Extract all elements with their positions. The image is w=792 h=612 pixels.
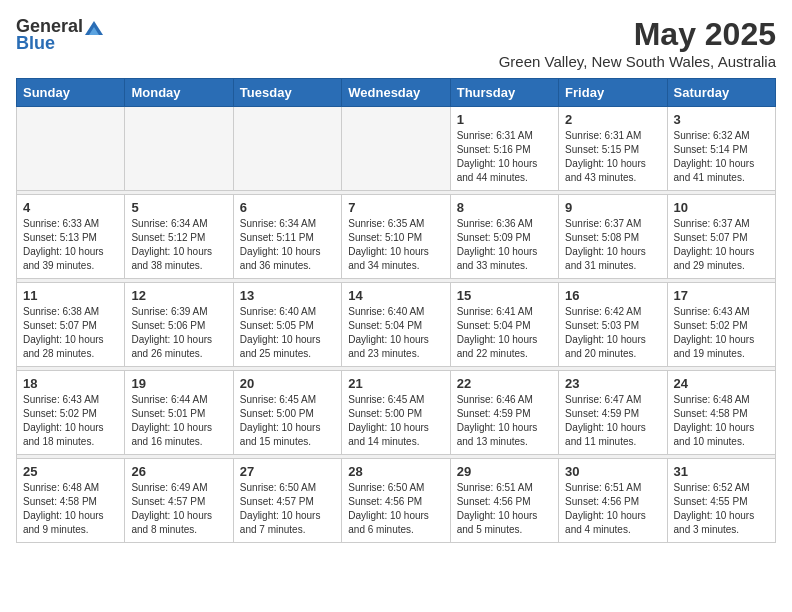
- day-info: Sunrise: 6:33 AM Sunset: 5:13 PM Dayligh…: [23, 217, 118, 273]
- location-title: Green Valley, New South Wales, Australia: [499, 53, 776, 70]
- day-info: Sunrise: 6:51 AM Sunset: 4:56 PM Dayligh…: [565, 481, 660, 537]
- calendar-cell: [125, 107, 233, 191]
- month-title: May 2025: [499, 16, 776, 53]
- calendar-cell: 26Sunrise: 6:49 AM Sunset: 4:57 PM Dayli…: [125, 459, 233, 543]
- calendar-cell: 11Sunrise: 6:38 AM Sunset: 5:07 PM Dayli…: [17, 283, 125, 367]
- day-number: 25: [23, 464, 118, 479]
- calendar-cell: 2Sunrise: 6:31 AM Sunset: 5:15 PM Daylig…: [559, 107, 667, 191]
- weekday-header-wednesday: Wednesday: [342, 79, 450, 107]
- day-info: Sunrise: 6:48 AM Sunset: 4:58 PM Dayligh…: [674, 393, 769, 449]
- calendar-cell: 28Sunrise: 6:50 AM Sunset: 4:56 PM Dayli…: [342, 459, 450, 543]
- week-row-5: 25Sunrise: 6:48 AM Sunset: 4:58 PM Dayli…: [17, 459, 776, 543]
- calendar-cell: 15Sunrise: 6:41 AM Sunset: 5:04 PM Dayli…: [450, 283, 558, 367]
- day-info: Sunrise: 6:37 AM Sunset: 5:07 PM Dayligh…: [674, 217, 769, 273]
- day-number: 16: [565, 288, 660, 303]
- calendar-cell: 30Sunrise: 6:51 AM Sunset: 4:56 PM Dayli…: [559, 459, 667, 543]
- weekday-header-saturday: Saturday: [667, 79, 775, 107]
- day-info: Sunrise: 6:34 AM Sunset: 5:12 PM Dayligh…: [131, 217, 226, 273]
- day-number: 12: [131, 288, 226, 303]
- calendar-cell: [233, 107, 341, 191]
- day-info: Sunrise: 6:52 AM Sunset: 4:55 PM Dayligh…: [674, 481, 769, 537]
- day-info: Sunrise: 6:44 AM Sunset: 5:01 PM Dayligh…: [131, 393, 226, 449]
- calendar-cell: 10Sunrise: 6:37 AM Sunset: 5:07 PM Dayli…: [667, 195, 775, 279]
- week-row-1: 1Sunrise: 6:31 AM Sunset: 5:16 PM Daylig…: [17, 107, 776, 191]
- day-number: 3: [674, 112, 769, 127]
- day-info: Sunrise: 6:42 AM Sunset: 5:03 PM Dayligh…: [565, 305, 660, 361]
- day-number: 14: [348, 288, 443, 303]
- calendar-cell: 8Sunrise: 6:36 AM Sunset: 5:09 PM Daylig…: [450, 195, 558, 279]
- calendar-cell: 21Sunrise: 6:45 AM Sunset: 5:00 PM Dayli…: [342, 371, 450, 455]
- calendar-cell: 1Sunrise: 6:31 AM Sunset: 5:16 PM Daylig…: [450, 107, 558, 191]
- day-number: 4: [23, 200, 118, 215]
- weekday-header-friday: Friday: [559, 79, 667, 107]
- day-number: 27: [240, 464, 335, 479]
- calendar-cell: 19Sunrise: 6:44 AM Sunset: 5:01 PM Dayli…: [125, 371, 233, 455]
- day-info: Sunrise: 6:46 AM Sunset: 4:59 PM Dayligh…: [457, 393, 552, 449]
- day-info: Sunrise: 6:43 AM Sunset: 5:02 PM Dayligh…: [23, 393, 118, 449]
- weekday-header-thursday: Thursday: [450, 79, 558, 107]
- calendar-cell: 27Sunrise: 6:50 AM Sunset: 4:57 PM Dayli…: [233, 459, 341, 543]
- day-number: 23: [565, 376, 660, 391]
- calendar-cell: 4Sunrise: 6:33 AM Sunset: 5:13 PM Daylig…: [17, 195, 125, 279]
- day-info: Sunrise: 6:49 AM Sunset: 4:57 PM Dayligh…: [131, 481, 226, 537]
- day-info: Sunrise: 6:50 AM Sunset: 4:57 PM Dayligh…: [240, 481, 335, 537]
- day-number: 15: [457, 288, 552, 303]
- day-info: Sunrise: 6:37 AM Sunset: 5:08 PM Dayligh…: [565, 217, 660, 273]
- calendar-cell: 13Sunrise: 6:40 AM Sunset: 5:05 PM Dayli…: [233, 283, 341, 367]
- day-number: 31: [674, 464, 769, 479]
- day-number: 19: [131, 376, 226, 391]
- day-number: 26: [131, 464, 226, 479]
- day-number: 18: [23, 376, 118, 391]
- day-info: Sunrise: 6:38 AM Sunset: 5:07 PM Dayligh…: [23, 305, 118, 361]
- day-info: Sunrise: 6:36 AM Sunset: 5:09 PM Dayligh…: [457, 217, 552, 273]
- day-info: Sunrise: 6:31 AM Sunset: 5:16 PM Dayligh…: [457, 129, 552, 185]
- day-info: Sunrise: 6:45 AM Sunset: 5:00 PM Dayligh…: [348, 393, 443, 449]
- calendar-cell: 20Sunrise: 6:45 AM Sunset: 5:00 PM Dayli…: [233, 371, 341, 455]
- calendar-cell: 18Sunrise: 6:43 AM Sunset: 5:02 PM Dayli…: [17, 371, 125, 455]
- day-info: Sunrise: 6:45 AM Sunset: 5:00 PM Dayligh…: [240, 393, 335, 449]
- day-info: Sunrise: 6:40 AM Sunset: 5:05 PM Dayligh…: [240, 305, 335, 361]
- day-number: 21: [348, 376, 443, 391]
- day-info: Sunrise: 6:39 AM Sunset: 5:06 PM Dayligh…: [131, 305, 226, 361]
- day-number: 5: [131, 200, 226, 215]
- calendar-cell: 17Sunrise: 6:43 AM Sunset: 5:02 PM Dayli…: [667, 283, 775, 367]
- weekday-header-tuesday: Tuesday: [233, 79, 341, 107]
- week-row-2: 4Sunrise: 6:33 AM Sunset: 5:13 PM Daylig…: [17, 195, 776, 279]
- day-number: 24: [674, 376, 769, 391]
- day-number: 11: [23, 288, 118, 303]
- calendar-cell: 3Sunrise: 6:32 AM Sunset: 5:14 PM Daylig…: [667, 107, 775, 191]
- week-row-3: 11Sunrise: 6:38 AM Sunset: 5:07 PM Dayli…: [17, 283, 776, 367]
- calendar-cell: 23Sunrise: 6:47 AM Sunset: 4:59 PM Dayli…: [559, 371, 667, 455]
- week-row-4: 18Sunrise: 6:43 AM Sunset: 5:02 PM Dayli…: [17, 371, 776, 455]
- day-info: Sunrise: 6:41 AM Sunset: 5:04 PM Dayligh…: [457, 305, 552, 361]
- day-number: 9: [565, 200, 660, 215]
- calendar: SundayMondayTuesdayWednesdayThursdayFrid…: [16, 78, 776, 543]
- day-info: Sunrise: 6:47 AM Sunset: 4:59 PM Dayligh…: [565, 393, 660, 449]
- day-info: Sunrise: 6:34 AM Sunset: 5:11 PM Dayligh…: [240, 217, 335, 273]
- calendar-cell: 12Sunrise: 6:39 AM Sunset: 5:06 PM Dayli…: [125, 283, 233, 367]
- calendar-cell: 25Sunrise: 6:48 AM Sunset: 4:58 PM Dayli…: [17, 459, 125, 543]
- day-number: 28: [348, 464, 443, 479]
- weekday-header-row: SundayMondayTuesdayWednesdayThursdayFrid…: [17, 79, 776, 107]
- day-info: Sunrise: 6:48 AM Sunset: 4:58 PM Dayligh…: [23, 481, 118, 537]
- weekday-header-sunday: Sunday: [17, 79, 125, 107]
- day-info: Sunrise: 6:35 AM Sunset: 5:10 PM Dayligh…: [348, 217, 443, 273]
- day-number: 8: [457, 200, 552, 215]
- title-area: May 2025 Green Valley, New South Wales, …: [499, 16, 776, 70]
- day-number: 20: [240, 376, 335, 391]
- day-number: 13: [240, 288, 335, 303]
- day-info: Sunrise: 6:40 AM Sunset: 5:04 PM Dayligh…: [348, 305, 443, 361]
- day-number: 7: [348, 200, 443, 215]
- day-number: 10: [674, 200, 769, 215]
- calendar-cell: 16Sunrise: 6:42 AM Sunset: 5:03 PM Dayli…: [559, 283, 667, 367]
- logo-icon: [85, 21, 103, 35]
- day-info: Sunrise: 6:31 AM Sunset: 5:15 PM Dayligh…: [565, 129, 660, 185]
- day-number: 1: [457, 112, 552, 127]
- logo: General Blue: [16, 16, 103, 54]
- calendar-cell: 24Sunrise: 6:48 AM Sunset: 4:58 PM Dayli…: [667, 371, 775, 455]
- calendar-cell: 31Sunrise: 6:52 AM Sunset: 4:55 PM Dayli…: [667, 459, 775, 543]
- calendar-cell: [17, 107, 125, 191]
- day-info: Sunrise: 6:51 AM Sunset: 4:56 PM Dayligh…: [457, 481, 552, 537]
- day-number: 30: [565, 464, 660, 479]
- header: General Blue May 2025 Green Valley, New …: [16, 16, 776, 70]
